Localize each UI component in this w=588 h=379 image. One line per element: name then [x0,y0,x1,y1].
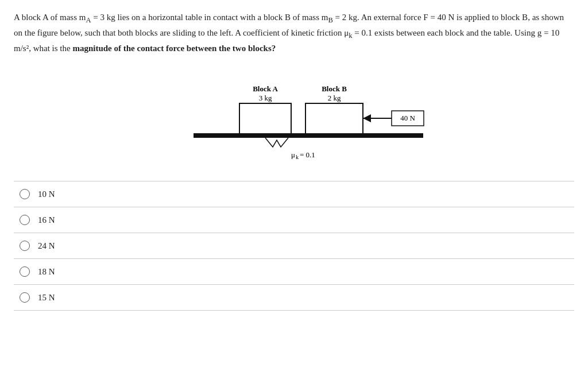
option-row-1[interactable]: 10 N [14,181,574,207]
option-row-3[interactable]: 24 N [14,233,574,259]
block-a-mass-label: 3 kg [259,94,272,102]
diagram-container: Block A 3 kg Block B 2 kg 40 N μ k = 0.1 [48,65,574,172]
radio-3[interactable] [20,241,30,251]
options-container: 10 N 16 N 24 N 18 N 15 N [14,181,574,311]
block-a-rect [239,103,291,134]
option-row-4[interactable]: 18 N [14,259,574,285]
option-label-2: 16 N [38,215,55,225]
block-b-rect [305,103,363,134]
friction-subscript: k [296,154,299,160]
option-label-3: 24 N [38,241,55,251]
radio-1[interactable] [20,189,30,199]
question-bold: magnitude of the contact force between t… [72,44,276,53]
option-row-2[interactable]: 16 N [14,207,574,233]
option-row-5[interactable]: 15 N [14,285,574,311]
diagram-svg: Block A 3 kg Block B 2 kg 40 N μ k = 0.1 [188,65,435,172]
radio-2[interactable] [20,215,30,225]
force-value-label: 40 N [400,114,415,122]
block-a-name-label: Block A [253,84,278,93]
question-text: A block A of mass mA = 3 kg lies on a ho… [14,10,574,55]
block-b-mass-label: 2 kg [328,94,341,102]
ground-hatch [265,138,288,147]
option-label-1: 10 N [38,190,55,199]
option-label-4: 18 N [38,267,55,277]
option-label-5: 15 N [38,293,55,303]
radio-4[interactable] [20,266,30,277]
friction-value: = 0.1 [300,150,315,159]
force-arrowhead [363,114,371,122]
radio-5[interactable] [20,292,30,303]
friction-label: μ [291,150,295,159]
block-b-name-label: Block B [322,84,347,93]
